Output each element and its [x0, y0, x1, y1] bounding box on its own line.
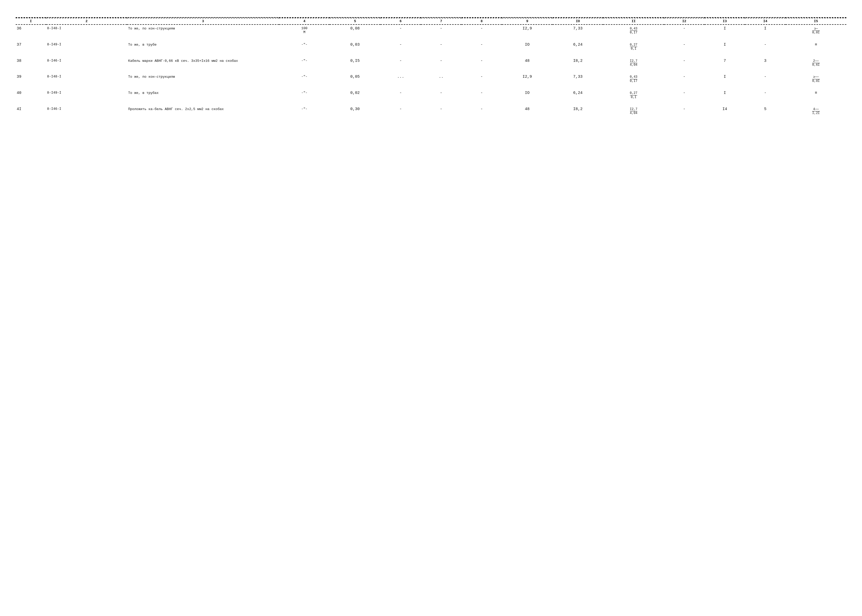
row-code: 8-I49-I — [46, 89, 127, 101]
row-col6: - — [380, 57, 421, 69]
row-col9: I2,9 — [502, 25, 553, 36]
row-col10: 7,33 — [553, 25, 603, 36]
col-header-12: I2 — [664, 18, 705, 25]
col-header-14: I4 — [745, 18, 785, 25]
row-col6: - — [380, 89, 421, 101]
table-row: 368-I48-IТо же, по кон-струкциям100М0,08… — [16, 25, 846, 36]
col-header-2: 2 — [46, 18, 127, 25]
row-desc: Кабель марки АВНГ-0,66 кВ сеч. 3х35+Iх16… — [127, 57, 279, 69]
col15-numerator: ≥—— — [812, 75, 820, 79]
table-row: 4I8-I46-IПроложить ка-бель АВНГ сеч. 2х2… — [16, 105, 846, 117]
col11-numerator: I2,7 — [630, 59, 637, 63]
row-col12: - — [664, 105, 705, 117]
column-header-row: I 2 3 4 5 6 7 8 9 IO II I2 I3 I4 I5 — [16, 18, 846, 25]
row-num: 37 — [16, 41, 46, 52]
row-col8: - — [462, 89, 502, 101]
row-col4: -"- — [279, 41, 330, 52]
row-col12: - — [664, 89, 705, 101]
row-num: 4I — [16, 105, 46, 117]
col11-denominator: 0,I7 — [630, 31, 637, 35]
row-col6: - — [380, 41, 421, 52]
col11-numerator: 0,43 — [630, 27, 637, 31]
row-num: 39 — [16, 73, 46, 85]
row-col14: 3 — [745, 57, 785, 69]
row-col5: 0,02 — [330, 89, 380, 101]
row-col7: - — [421, 41, 461, 52]
col-header-6: 6 — [380, 18, 421, 25]
row-col4: -"- — [279, 57, 330, 69]
row-col13: I — [705, 25, 745, 36]
row-desc: То же, по кон-струкцилм — [127, 73, 279, 85]
row-col11: 0,430,I7 — [603, 25, 664, 36]
row-col10: 7,33 — [553, 73, 603, 85]
row-col11: 0,270,I — [603, 41, 664, 52]
row-col6: - — [380, 105, 421, 117]
row-col13: 7 — [705, 57, 745, 69]
col-header-1: I — [16, 18, 46, 25]
row-col6: - — [380, 25, 421, 36]
row-col14: 5 — [745, 105, 785, 117]
table-row: 388-I46-IКабель марки АВНГ-0,66 кВ сеч. … — [16, 57, 846, 69]
row-desc: То же, в трубе — [127, 41, 279, 52]
col11-denominator: 0,I7 — [630, 79, 637, 83]
row-num: 36 — [16, 25, 46, 36]
table-row: 408-I49-IТо же, в трубах-"-0,02---IO6,24… — [16, 89, 846, 101]
col15-denominator: 0,0I — [812, 31, 820, 35]
col11-denominator: 4,04 — [630, 63, 637, 67]
col11-denominator: 0,I — [631, 47, 636, 50]
col11-numerator: 0,43 — [630, 75, 637, 79]
row-col5: 0,05 — [330, 73, 380, 85]
row-col9: 48 — [502, 105, 553, 117]
row-col7: .. — [421, 73, 461, 85]
row-col5: 0,30 — [330, 105, 380, 117]
row-col5: 0,I5 — [330, 57, 380, 69]
row-col15: ≡ — [786, 89, 846, 101]
row-col8: - — [462, 105, 502, 117]
row-col14: - — [745, 41, 785, 52]
row-spacer — [16, 117, 846, 121]
row-col8: - — [462, 73, 502, 85]
row-col13: I — [705, 73, 745, 85]
row-col11: 0,270,I — [603, 89, 664, 101]
row-col7: - — [421, 105, 461, 117]
row-col10: I8,2 — [553, 105, 603, 117]
table-row: 398-I48-IТо же, по кон-струкцилм-"-0,05.… — [16, 73, 846, 85]
col-header-10: IO — [553, 18, 603, 25]
col11-numerator: 0,27 — [630, 91, 637, 95]
row-col15: ≥—0,0I — [786, 25, 846, 36]
row-num: 40 — [16, 89, 46, 101]
row-col14: - — [745, 73, 785, 85]
row-spacer — [16, 85, 846, 89]
row-col12: - — [664, 41, 705, 52]
row-col6: ... — [380, 73, 421, 85]
row-spacer — [16, 52, 846, 57]
row-col4: -"- — [279, 89, 330, 101]
table-row: 378-I49-IТо же, в трубе-"-0,03---IO6,240… — [16, 41, 846, 52]
col15-numerator: 2—— — [812, 59, 820, 63]
row-spacer — [16, 36, 846, 41]
row-col11: I2,74,04 — [603, 105, 664, 117]
col-header-8: 8 — [462, 18, 502, 25]
row-col9: IO — [502, 41, 553, 52]
row-col4: 100М — [279, 25, 330, 36]
row-col9: I2,9 — [502, 73, 553, 85]
row-code: 8-I48-I — [46, 73, 127, 85]
row-col5: 0,03 — [330, 41, 380, 52]
col15-denominator: 0,0I — [812, 79, 820, 83]
col15-denominator: I,2I — [812, 112, 820, 115]
col15-denominator: 0,6I — [812, 63, 820, 67]
row-col14: - — [745, 89, 785, 101]
row-col7: - — [421, 25, 461, 36]
row-desc: Проложить ка-бель АВНГ сеч. 2х2,5 мм2 на… — [127, 105, 279, 117]
col-header-11: II — [603, 18, 664, 25]
row-col10: 6,24 — [553, 41, 603, 52]
row-col9: IO — [502, 89, 553, 101]
col-header-15: I5 — [786, 18, 846, 25]
row-num: 38 — [16, 57, 46, 69]
row-col12: - — [664, 57, 705, 69]
col-header-3: 3 — [127, 18, 279, 25]
row-spacer — [16, 101, 846, 105]
col-header-5: 5 — [330, 18, 380, 25]
row-code: 8-I49-I — [46, 41, 127, 52]
row-col15: 2——0,6I — [786, 57, 846, 69]
